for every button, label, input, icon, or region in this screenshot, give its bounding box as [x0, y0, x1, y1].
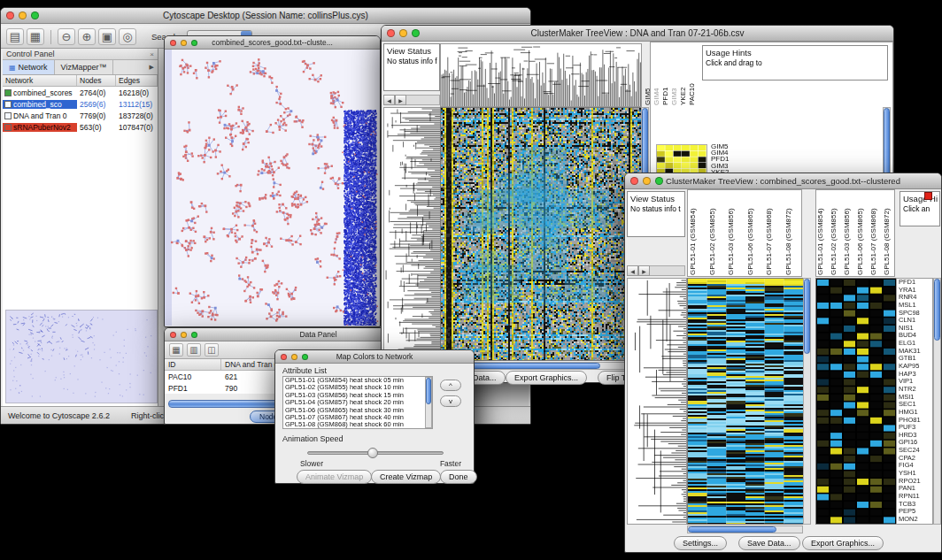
close-button[interactable] — [170, 40, 176, 46]
listbox-scrollbar[interactable] — [425, 377, 432, 428]
heatmap-vertical-scrollbar[interactable] — [803, 278, 811, 525]
network-view-titlebar[interactable]: combined_scores_good.txt--cluste... — [165, 36, 380, 50]
gene-label[interactable]: YSH1 — [899, 470, 932, 478]
col-header-edges[interactable]: Edges — [116, 75, 158, 86]
column-dendrogram-canvas[interactable] — [440, 43, 642, 107]
minimize-button[interactable] — [19, 12, 27, 19]
close-button[interactable] — [170, 332, 176, 338]
gene-label[interactable]: PHO81 — [899, 417, 932, 425]
export-graphics-button[interactable]: Export Graphics... — [506, 371, 587, 385]
save-data-button[interactable]: Save Data... — [738, 536, 800, 550]
array-column-label[interactable]: GPL51-07 (GSM868) — [869, 191, 883, 275]
gene-label[interactable]: PAN1 — [899, 485, 932, 493]
array-column-label[interactable]: GPL51-08 (GSM872) — [883, 191, 896, 275]
zoom-out-button[interactable]: ⊖ — [58, 28, 75, 45]
dialog-titlebar[interactable]: Map Colors to Network — [275, 350, 474, 364]
scroll-left-icon[interactable]: ◀ — [627, 265, 638, 276]
row-dendrogram-canvas[interactable] — [383, 107, 442, 361]
attribute-table-button[interactable]: ▦ — [169, 343, 183, 357]
array-column-label[interactable]: GPL51-08 (GSM872) — [784, 191, 804, 275]
control-panel-close-icon[interactable]: × — [150, 50, 154, 58]
gene-column-label[interactable]: GIM5 — [644, 43, 652, 105]
minimize-button[interactable] — [399, 29, 407, 37]
gene-label[interactable]: RPO21 — [899, 478, 932, 486]
main-window-titlebar[interactable]: Cytoscape Desktop (Session Name: collins… — [1, 8, 530, 24]
gene-label[interactable]: SPC98 — [899, 310, 932, 318]
scrollbar-thumb[interactable] — [934, 279, 940, 341]
close-button[interactable] — [630, 177, 638, 185]
zoom-fit-button[interactable]: ▣ — [98, 28, 116, 45]
maximize-button[interactable] — [302, 354, 308, 360]
scroll-track[interactable] — [650, 265, 685, 276]
expression-heatmap-canvas[interactable] — [687, 278, 804, 525]
gene-label[interactable]: MSI1 — [899, 394, 932, 402]
settings-button[interactable]: Settings... — [674, 536, 727, 550]
gene-label[interactable]: GPI16 — [899, 439, 932, 447]
attribute-item[interactable]: GPL51-08 (GSM868) heat shock 60 min — [283, 421, 425, 428]
gene-label[interactable]: SEC1 — [899, 401, 932, 409]
gene-label[interactable]: RNR4 — [899, 294, 932, 302]
scroll-right-icon[interactable]: ▶ — [638, 265, 650, 276]
col-header-nodes[interactable]: Nodes — [77, 75, 116, 86]
network-overview-canvas[interactable] — [5, 310, 158, 403]
array-column-label[interactable]: GPL51-03 (GSM856) — [727, 191, 746, 275]
gene-label[interactable]: SEC24 — [899, 447, 932, 455]
maximize-button[interactable] — [412, 29, 420, 37]
move-up-button[interactable]: ^ — [440, 380, 461, 391]
maximize-button[interactable] — [191, 332, 197, 338]
gene-label[interactable]: KAP95 — [899, 363, 932, 371]
treeview-combined-titlebar[interactable]: ClusterMaker TreeView : combined_scores_… — [625, 173, 941, 189]
gene-label[interactable]: MON2 — [899, 516, 932, 524]
close-button[interactable] — [281, 354, 287, 360]
minimize-button[interactable] — [181, 40, 187, 46]
gene-label[interactable]: RPN11 — [899, 493, 932, 501]
gene-label[interactable]: CPA2 — [899, 455, 932, 463]
zoom-selected-button[interactable]: ◎ — [119, 28, 136, 45]
done-button[interactable]: Done — [440, 470, 477, 484]
table-row[interactable]: DNA and Tran 0 7769(0) 183728(0) — [3, 110, 158, 121]
select-attributes-button[interactable]: ▥ — [187, 343, 201, 357]
gene-label[interactable]: NTR2 — [899, 386, 932, 394]
minimize-button[interactable] — [181, 332, 187, 338]
attribute-editor-button[interactable]: ◫ — [205, 343, 219, 357]
gene-label[interactable]: CLN1 — [899, 317, 932, 325]
scrollbar-thumb[interactable] — [688, 526, 776, 533]
tab-vizmapper[interactable]: VizMapper™ — [55, 60, 114, 74]
table-row[interactable]: combined_scores 2764(0) 16218(0) — [3, 87, 158, 98]
minimize-button[interactable] — [643, 177, 651, 185]
maximize-button[interactable] — [31, 12, 39, 19]
scrollbar-thumb[interactable] — [426, 378, 431, 404]
row-dendrogram-canvas[interactable] — [627, 278, 687, 525]
gene-column-label[interactable]: PFD1 — [661, 43, 670, 105]
gene-label[interactable]: ELG1 — [899, 340, 932, 348]
array-column-label[interactable]: GPL51-06 (GSM865) — [856, 191, 869, 275]
attribute-item[interactable]: GPL51-07 (GSM867) heat shock 40 min — [283, 414, 425, 421]
gene-label[interactable]: BUD4 — [899, 332, 932, 340]
gene-label[interactable]: MSL1 — [899, 302, 932, 310]
gene-label[interactable]: PUF3 — [899, 424, 932, 432]
red-marker-icon[interactable] — [924, 192, 932, 200]
gene-column-label[interactable]: GIM4 — [652, 43, 661, 105]
animate-vizmap-button[interactable]: Animate Vizmap — [297, 470, 372, 484]
treeview-dna-titlebar[interactable]: ClusterMaker TreeView : DNA and Tran 07-… — [382, 26, 893, 42]
create-vizmap-button[interactable]: Create Vizmap — [371, 470, 441, 484]
gene-label[interactable]: HRD3 — [899, 432, 932, 440]
heatmap-horizontal-scrollbar[interactable] — [687, 525, 803, 533]
col-header-network[interactable]: Network — [3, 75, 77, 86]
gene-label[interactable]: HAP3 — [899, 371, 932, 379]
tab-network[interactable]: ▦ Network — [3, 60, 55, 74]
attribute-listbox[interactable]: GPL51-01 (GSM854) heat shock 05 minGPL51… — [282, 376, 433, 429]
table-row-selected[interactable]: combined_sco 2569(6) 13112(15) — [3, 98, 158, 110]
export-graphics-button[interactable]: Export Graphics... — [802, 536, 884, 550]
gene-list-scrollbar[interactable] — [933, 278, 941, 525]
gene-column-label[interactable]: PAC10 — [688, 43, 697, 105]
gene-label[interactable]: PEP5 — [899, 508, 932, 516]
array-column-label[interactable]: GPL51-02 (GSM855) — [708, 191, 728, 275]
close-button[interactable] — [387, 29, 395, 37]
gene-column-label[interactable]: GIM3 — [670, 43, 679, 105]
maximize-button[interactable] — [191, 40, 197, 46]
minimize-button[interactable] — [291, 354, 297, 360]
slider-knob[interactable] — [367, 448, 378, 458]
array-column-label[interactable]: GPL51-03 (GSM856) — [843, 191, 856, 275]
gene-label[interactable]: NIS1 — [899, 325, 932, 333]
